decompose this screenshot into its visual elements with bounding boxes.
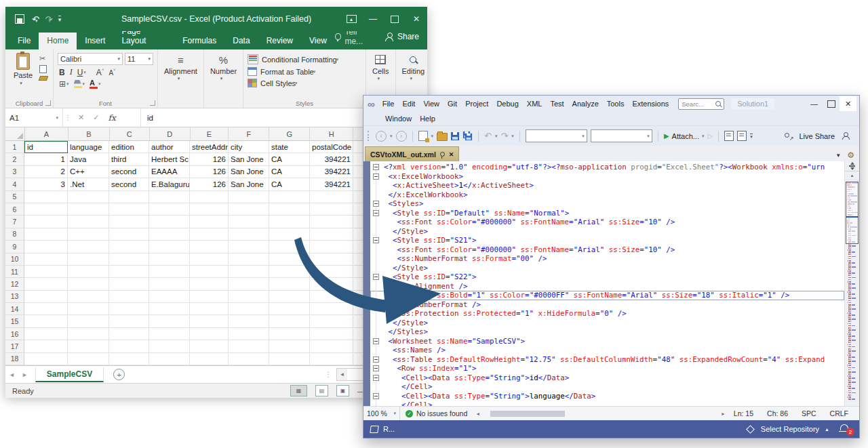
cell-F3[interactable]: San Jone bbox=[229, 166, 269, 178]
page-layout-view-icon[interactable]: ▤ bbox=[315, 385, 328, 396]
cell-B12[interactable] bbox=[68, 278, 109, 290]
code-line-14[interactable]: <ss:Alignment /> bbox=[370, 282, 844, 291]
platform-select[interactable]: ▾ bbox=[591, 129, 652, 142]
cell-E1[interactable]: streetAddr bbox=[190, 141, 229, 153]
code-line-27[interactable]: </Cell> bbox=[370, 401, 844, 406]
cell-B5[interactable] bbox=[68, 191, 109, 203]
sheet-tab-samplecsv[interactable]: SampleCSV bbox=[35, 367, 104, 382]
formula-bar-splitter[interactable]: ⋮ bbox=[63, 108, 73, 127]
collapse-icon[interactable] bbox=[373, 237, 379, 243]
row-header-13[interactable]: 13 bbox=[5, 291, 24, 303]
row-header-16[interactable]: 16 bbox=[5, 328, 24, 340]
cell-F4[interactable]: San Jone bbox=[229, 178, 269, 190]
minimap-scrollbar[interactable]: ▲ bbox=[844, 161, 859, 406]
cell-B7[interactable] bbox=[68, 216, 109, 228]
cell-H12[interactable] bbox=[310, 278, 353, 290]
find-in-files-icon[interactable] bbox=[724, 131, 734, 141]
cell-G10[interactable] bbox=[269, 253, 310, 266]
cell-A16[interactable] bbox=[24, 328, 68, 340]
cell-H17[interactable] bbox=[310, 340, 353, 352]
cell-H11[interactable] bbox=[310, 266, 353, 278]
code-line-21[interactable]: <ss:Names /> bbox=[370, 346, 844, 355]
cell-F13[interactable] bbox=[229, 291, 269, 303]
cell-C8[interactable] bbox=[109, 228, 149, 241]
vs-menu-help[interactable]: Help bbox=[416, 113, 439, 124]
cell-A14[interactable] bbox=[24, 303, 68, 315]
row-header-7[interactable]: 7 bbox=[5, 216, 24, 228]
cell-H13[interactable] bbox=[310, 291, 353, 303]
collapse-icon[interactable] bbox=[373, 274, 379, 280]
collapse-icon[interactable] bbox=[373, 393, 379, 399]
column-header-E[interactable]: E bbox=[191, 127, 229, 140]
vs-menu-analyze[interactable]: Analyze bbox=[568, 98, 603, 109]
clipboard-dialog-launcher[interactable] bbox=[45, 100, 51, 106]
sheet-nav-left-icon[interactable]: ◄ bbox=[5, 371, 18, 378]
column-header-C[interactable]: C bbox=[110, 127, 150, 140]
cell-B17[interactable] bbox=[68, 340, 109, 352]
paste-button[interactable]: Paste▾ bbox=[9, 53, 37, 98]
code-line-25[interactable]: </Cell> bbox=[370, 382, 844, 392]
cell-F2[interactable]: San Jone bbox=[229, 153, 269, 165]
font-size-select[interactable]: 11▾ bbox=[125, 53, 153, 65]
row-header-6[interactable]: 6 bbox=[5, 203, 24, 216]
cut-button[interactable]: ✂ bbox=[39, 55, 47, 62]
cell-G15[interactable] bbox=[269, 315, 310, 327]
cell-H14[interactable] bbox=[310, 303, 353, 315]
cell-H16[interactable] bbox=[310, 328, 353, 340]
row-header-17[interactable]: 17 bbox=[5, 340, 24, 352]
collapse-icon[interactable] bbox=[373, 338, 379, 344]
column-indicator[interactable]: Ch: 86 bbox=[767, 409, 788, 418]
save-all-icon[interactable] bbox=[462, 131, 473, 141]
cell-E12[interactable] bbox=[190, 278, 229, 290]
ribbon-display-options-button[interactable]: ▲ bbox=[340, 7, 362, 31]
copy-button[interactable]: ▾ bbox=[39, 65, 47, 73]
cell-H8[interactable] bbox=[310, 228, 353, 241]
cell-E9[interactable] bbox=[190, 241, 229, 253]
code-line-22[interactable]: <ss:Table ss:DefaultRowHeight="12.75" ss… bbox=[370, 355, 844, 365]
navigate-forward-button[interactable]: › bbox=[396, 131, 407, 142]
cell-C13[interactable] bbox=[109, 291, 149, 303]
italic-button[interactable]: I bbox=[70, 67, 73, 77]
row-header-3[interactable]: 3 bbox=[5, 166, 24, 178]
cell-C3[interactable]: second bbox=[109, 166, 149, 178]
column-header-D[interactable]: D bbox=[150, 127, 191, 140]
excel-close-button[interactable]: ✕ bbox=[406, 7, 427, 31]
grow-font-button[interactable]: A˄ bbox=[96, 68, 104, 77]
cell-C15[interactable] bbox=[109, 315, 149, 327]
tab-list-chevron-icon[interactable]: ▼ bbox=[835, 152, 841, 159]
select-all-corner[interactable] bbox=[5, 127, 25, 140]
new-project-icon[interactable] bbox=[418, 131, 428, 141]
cell-E2[interactable]: 126 bbox=[190, 153, 229, 165]
cell-F5[interactable] bbox=[229, 191, 269, 203]
collapse-icon[interactable] bbox=[373, 375, 379, 381]
cell-B16[interactable] bbox=[68, 328, 109, 340]
code-line-24[interactable]: <Cell><Data ss:Type="String">id</Data> bbox=[370, 373, 844, 383]
code-area[interactable]: <?xml version="1.0" encoding="utf-8"?><?… bbox=[370, 161, 844, 406]
cell-E6[interactable] bbox=[190, 203, 229, 216]
code-line-11[interactable]: <ss:NumberFormat ss:Format="00" /> bbox=[370, 254, 844, 264]
cell-G8[interactable] bbox=[269, 228, 310, 241]
row-header-18[interactable]: 18 bbox=[5, 353, 24, 365]
cell-G4[interactable]: CA bbox=[269, 178, 310, 190]
cell-A8[interactable] bbox=[24, 228, 68, 241]
cell-H7[interactable] bbox=[310, 216, 353, 228]
cell-D16[interactable] bbox=[149, 328, 190, 340]
cell-E8[interactable] bbox=[190, 228, 229, 241]
cell-A6[interactable] bbox=[24, 203, 68, 216]
open-file-icon[interactable] bbox=[437, 133, 448, 141]
collapse-icon[interactable] bbox=[373, 174, 379, 180]
format-as-table-button[interactable]: Format as Table▾ bbox=[248, 67, 338, 76]
cell-A18[interactable] bbox=[24, 353, 68, 365]
cell-A11[interactable] bbox=[24, 266, 68, 278]
space-mode-indicator[interactable]: SPC bbox=[802, 409, 816, 418]
cell-F17[interactable] bbox=[229, 340, 269, 352]
cell-H15[interactable] bbox=[310, 315, 353, 327]
cell-F6[interactable] bbox=[229, 203, 269, 216]
cell-D14[interactable] bbox=[149, 303, 190, 315]
vs-menu-edit[interactable]: Edit bbox=[398, 98, 419, 109]
code-line-18[interactable]: </Style> bbox=[370, 319, 844, 328]
cell-H6[interactable] bbox=[310, 203, 353, 216]
cell-G2[interactable]: CA bbox=[269, 153, 310, 165]
excel-tab-formulas[interactable]: Formulas bbox=[174, 33, 224, 49]
cell-A17[interactable] bbox=[24, 340, 68, 352]
